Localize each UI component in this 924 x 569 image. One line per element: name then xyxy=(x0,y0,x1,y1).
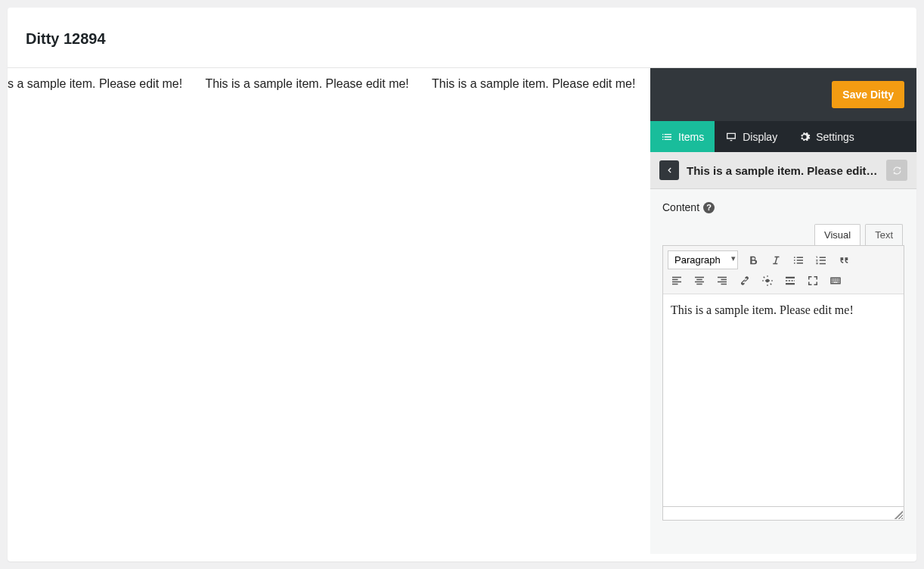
editor-mode-tabs: Visual Text xyxy=(662,224,904,245)
side-panel: Save Ditty Items Display Settings xyxy=(650,68,916,554)
align-center-button[interactable] xyxy=(689,271,710,291)
insert-more-icon xyxy=(783,274,797,288)
tab-settings[interactable]: Settings xyxy=(788,121,865,152)
tab-label: Settings xyxy=(816,131,854,143)
monitor-icon xyxy=(725,131,737,143)
format-select-wrap: Paragraph xyxy=(666,249,741,271)
save-button[interactable]: Save Ditty xyxy=(832,81,904,108)
numbered-list-button[interactable] xyxy=(811,250,832,270)
back-button[interactable] xyxy=(659,160,679,180)
fullscreen-icon xyxy=(806,274,820,288)
tab-items[interactable]: Items xyxy=(650,121,715,152)
quote-icon xyxy=(837,253,851,267)
bullet-list-button[interactable] xyxy=(788,250,809,270)
format-select[interactable]: Paragraph xyxy=(668,250,738,269)
align-left-icon xyxy=(670,274,684,288)
resize-handle[interactable] xyxy=(892,508,903,519)
toolbar-toggle-button[interactable] xyxy=(825,271,846,291)
panel-tabs: Items Display Settings xyxy=(650,121,916,152)
read-more-button[interactable] xyxy=(780,271,801,291)
link-icon xyxy=(738,274,752,288)
editor-tab-visual[interactable]: Visual xyxy=(814,224,860,245)
tab-label: Display xyxy=(743,131,777,143)
bullet-list-icon xyxy=(792,253,805,267)
link-button[interactable] xyxy=(734,271,755,291)
ticker-item: This is a sample item. Please edit me! xyxy=(205,77,408,90)
gear-icon xyxy=(798,131,811,143)
list-icon xyxy=(661,131,673,143)
item-crumb: This is a sample item. Please edit ... xyxy=(650,152,916,189)
editor-content[interactable]: This is a sample item. Please edit me! xyxy=(663,294,904,506)
italic-button[interactable] xyxy=(765,250,786,270)
editor-toolbar: Paragraph xyxy=(663,246,904,294)
content-area: Content ? Visual Text Paragraph xyxy=(650,189,916,554)
unlink-button[interactable] xyxy=(757,271,778,291)
page-header: Ditty 12894 xyxy=(8,8,916,68)
chevron-left-icon xyxy=(664,165,674,176)
ticker-item: This is a sample item. Please edit me! xyxy=(432,77,635,90)
field-label: Content ? xyxy=(662,201,904,213)
ticker-item: s a sample item. Please edit me! xyxy=(8,77,182,90)
italic-icon xyxy=(769,253,783,267)
refresh-button[interactable] xyxy=(886,160,907,181)
wysiwyg-editor: Paragraph xyxy=(662,245,904,507)
editor-tab-text[interactable]: Text xyxy=(865,224,903,245)
refresh-icon xyxy=(891,165,903,176)
field-label-text: Content xyxy=(662,201,699,213)
editor-statusbar xyxy=(662,507,904,521)
align-left-button[interactable] xyxy=(666,271,687,291)
align-center-icon xyxy=(693,274,706,288)
page-body: s a sample item. Please edit me! This is… xyxy=(8,68,916,554)
panel-header: Save Ditty xyxy=(650,68,916,121)
align-right-button[interactable] xyxy=(712,271,733,291)
tab-label: Items xyxy=(678,131,704,143)
align-right-icon xyxy=(715,274,729,288)
editor-paragraph: This is a sample item. Please edit me! xyxy=(671,303,896,317)
crumb-title: This is a sample item. Please edit ... xyxy=(687,164,879,177)
help-icon[interactable]: ? xyxy=(703,202,715,213)
bold-icon xyxy=(746,253,760,267)
unlink-icon xyxy=(761,274,774,288)
numbered-list-icon xyxy=(814,253,828,267)
bold-button[interactable] xyxy=(743,250,764,270)
editor-card: Ditty 12894 s a sample item. Please edit… xyxy=(8,8,916,561)
blockquote-button[interactable] xyxy=(833,250,854,270)
keyboard-icon xyxy=(829,274,842,288)
page-title: Ditty 12894 xyxy=(26,30,898,48)
fullscreen-button[interactable] xyxy=(802,271,823,291)
tab-display[interactable]: Display xyxy=(715,121,788,152)
